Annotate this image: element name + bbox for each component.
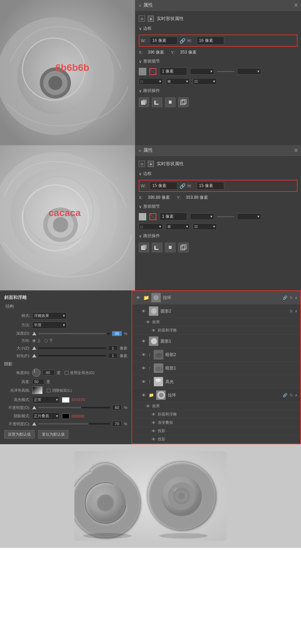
shadow-mode-select[interactable]: 正片叠底 ▾	[32, 412, 60, 420]
path-op-subtract-2[interactable]	[152, 243, 162, 252]
s-opacity-slider[interactable]	[38, 423, 110, 424]
path-op-unite-2[interactable]	[139, 243, 149, 252]
layer-dark1[interactable]: 👁 ƒ 暗部1	[132, 362, 300, 375]
highlight-mode-select[interactable]: 正常 ▾	[32, 396, 60, 403]
shape-detail-header-2[interactable]: ∨ 形状细节	[139, 202, 298, 211]
link-icon-2[interactable]: 🔗	[180, 183, 185, 189]
collapse-icon-2[interactable]: «	[139, 148, 141, 153]
radio-up[interactable]: 上	[32, 338, 41, 343]
layer-circle1[interactable]: 👁 圆形1	[132, 335, 300, 348]
path-op-intersect[interactable]	[165, 97, 175, 107]
s-opacity-value[interactable]: 70	[112, 421, 122, 427]
align-select-2[interactable]: □ ▾	[139, 223, 163, 230]
path-ops-header-2[interactable]: ∨ 路径操作	[139, 231, 298, 241]
eye-gradient-ring[interactable]: 👁	[152, 420, 156, 425]
eye-shadow2-ring[interactable]: 👁	[152, 437, 156, 442]
size-thumb[interactable]	[32, 346, 36, 350]
eye-shadow1-ring[interactable]: 👁	[152, 429, 156, 433]
eye-effects-ring[interactable]: 👁	[146, 404, 150, 409]
highlight-color-swatch[interactable]	[62, 397, 70, 403]
group-chevron[interactable]: ∧	[295, 296, 298, 300]
circle2-chevron[interactable]: ∧	[295, 309, 298, 314]
angle-circle[interactable]	[32, 368, 40, 377]
ring-chevron[interactable]: ∧	[295, 393, 298, 398]
align-select-1[interactable]: □ ▾	[139, 78, 163, 85]
depth-slider[interactable]	[38, 333, 110, 334]
eye-dark2[interactable]: 👁	[140, 352, 147, 358]
depth-slider-thumb[interactable]	[32, 332, 36, 335]
eye-icon-group[interactable]: 👁	[135, 295, 141, 301]
panel-title: 属性	[143, 2, 153, 8]
angle-value[interactable]: -90	[43, 370, 55, 375]
stroke-value-1[interactable]: 1 像素	[159, 67, 187, 75]
style-label: 样式:	[4, 313, 30, 318]
border-section-header-2[interactable]: ∨ 边框	[139, 169, 298, 178]
stroke-value-2[interactable]: 1 像素	[159, 213, 187, 221]
shape-detail-header[interactable]: ∨ 形状细节	[139, 57, 298, 66]
ends-select-1[interactable]: ⊡ ▾	[193, 78, 217, 85]
path-op-subtract[interactable]	[152, 97, 162, 107]
line-select-1[interactable]: ▾	[237, 68, 261, 75]
global-light-checkbox[interactable]	[65, 371, 69, 375]
layer-group-row[interactable]: 👁 📁 拉环 🔗 fx ∧	[132, 291, 300, 305]
reset-default-btn[interactable]: 复位为默认值	[38, 430, 69, 439]
gloss-curve[interactable]	[32, 386, 43, 394]
path-op-intersect-2[interactable]	[165, 243, 175, 252]
soften-thumb[interactable]	[32, 354, 36, 357]
fill-swatch-1[interactable]	[139, 68, 146, 75]
corners-select-2[interactable]: ⊞ ▾	[166, 223, 190, 230]
collapse-icon[interactable]: «	[139, 3, 141, 8]
path-ops-header[interactable]: ∨ 路径操作	[139, 86, 298, 95]
h-opacity-thumb[interactable]	[32, 406, 36, 409]
eye-ring[interactable]: 👁	[140, 392, 147, 398]
h-input-2[interactable]: 15 像素	[197, 182, 224, 190]
eye-dark1[interactable]: 👁	[140, 365, 147, 371]
eye-highlight[interactable]: 👁	[140, 379, 147, 385]
path-op-exclude-2[interactable]	[178, 243, 189, 252]
bevel-effect-label-1: 斜面和浮雕	[158, 328, 177, 333]
layer-ring-group[interactable]: 👁 📁 拉环 🔗 fx ∧	[132, 389, 300, 402]
layer-dark2[interactable]: 👁 ƒ 暗部2	[132, 348, 300, 362]
path-op-unite[interactable]	[139, 97, 149, 107]
direction-radios: 上 下	[32, 338, 53, 343]
method-select[interactable]: 半滑 ▾	[32, 321, 67, 329]
line-select-2[interactable]: ▾	[237, 213, 261, 220]
s-opacity-thumb[interactable]	[32, 422, 36, 426]
eye-circle2[interactable]: 👁	[140, 308, 147, 314]
stroke-select-1[interactable]: ▾	[190, 68, 214, 75]
fill-swatch-2[interactable]	[139, 213, 146, 221]
eye-bevel-1[interactable]: 👁	[152, 328, 156, 333]
set-default-btn[interactable]: 设置为默认值	[4, 430, 35, 439]
soften-slider[interactable]	[38, 355, 106, 356]
h-input-1[interactable]: 16 像素	[197, 37, 224, 45]
radio-down[interactable]: 下	[44, 338, 53, 343]
size-slider[interactable]	[38, 347, 106, 349]
border-section-header[interactable]: ∨ 边框	[139, 24, 298, 33]
panel-menu-icon[interactable]: ≡	[294, 2, 298, 8]
size-value[interactable]: 1	[108, 345, 118, 351]
h-opacity-slider[interactable]	[38, 407, 110, 408]
link-icon-1[interactable]: 🔗	[180, 38, 185, 44]
h-opacity-value[interactable]: 60	[112, 405, 122, 410]
path-op-exclude[interactable]	[178, 97, 189, 107]
soften-row: 软化(F): 1 像素	[4, 353, 127, 358]
w-input-2[interactable]: 15 像素	[150, 182, 177, 190]
eye-bevel-ring[interactable]: 👁	[152, 412, 156, 417]
shadow-color-swatch[interactable]	[62, 413, 70, 419]
depth-value[interactable]: 95	[112, 331, 122, 336]
eye-effects-1[interactable]: 👁	[146, 320, 150, 325]
altitude-value[interactable]: 50	[32, 379, 44, 384]
ends-select-2[interactable]: ⊡ ▾	[193, 223, 217, 230]
stroke-select-2[interactable]: ▾	[190, 213, 214, 220]
corners-select-1[interactable]: ⊞ ▾	[166, 78, 190, 85]
style-select[interactable]: 浮雕效果 ▾	[32, 312, 67, 319]
eye-circle1[interactable]: 👁	[140, 338, 147, 344]
w-input-1[interactable]: 16 像素	[150, 37, 177, 45]
layer-highlight[interactable]: 👁 ƒ 高光	[132, 375, 300, 389]
anti-alias-checkbox[interactable]	[47, 389, 51, 392]
corners-chevron-2: ▾	[186, 224, 188, 229]
shape-detail-row-1: 1 像素 ▾ ▾	[139, 66, 298, 77]
soften-value[interactable]: 1	[108, 353, 118, 358]
panel-menu-icon-2[interactable]: ≡	[294, 147, 298, 153]
layer-circle2[interactable]: 👁 圆形2 fx ∧	[132, 305, 300, 318]
